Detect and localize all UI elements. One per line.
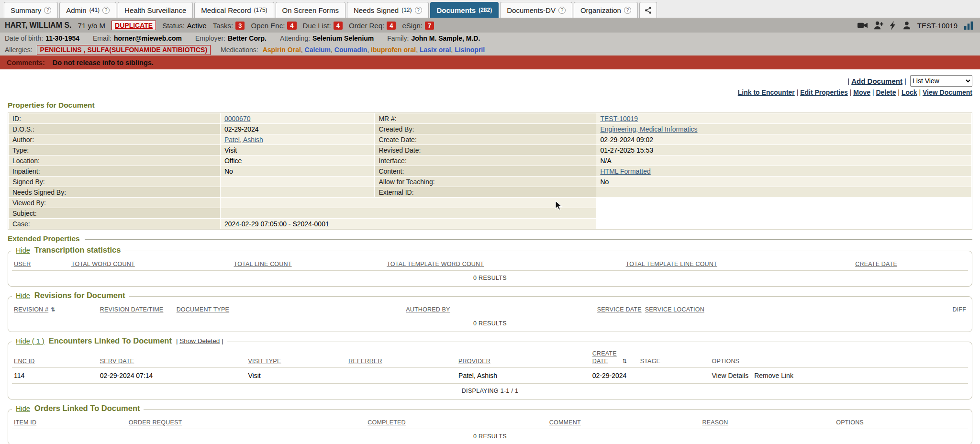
family-field: Family: John M. Sample, M.D. — [387, 34, 480, 42]
field-value: horner@mieweb.com — [114, 34, 182, 42]
document-id-link[interactable]: 0000670 — [224, 115, 251, 122]
case-value: 2024-02-29 07:05:00 - S2024-0001 — [221, 219, 596, 229]
duplicate-flag[interactable]: DUPLICATE — [111, 21, 156, 30]
popout-icon[interactable]: ? — [415, 7, 422, 14]
edit-properties-link[interactable]: Edit Properties — [800, 89, 848, 96]
encounters-hide-link[interactable]: Hide ( 1 ) — [16, 337, 45, 345]
allergy-list[interactable]: PENICILLINS , SULFA(SULFONAMIDE ANTIBIOT… — [37, 45, 211, 55]
column-header-total-template-word-count[interactable]: TOTAL TEMPLATE WORD COUNT — [387, 261, 484, 267]
due-list-badge[interactable]: 4 — [334, 22, 343, 30]
property-row: D.O.S.: 02-29-2024 Created By: Engineeri… — [9, 124, 971, 134]
column-header-visit-type[interactable]: VISIT TYPE — [248, 358, 281, 365]
transcription-hide-link[interactable]: Hide — [16, 246, 30, 254]
column-header-order-request[interactable]: ORDER REQUEST — [129, 419, 182, 426]
delete-link[interactable]: Delete — [876, 89, 896, 96]
content-format-link[interactable]: HTML Formatted — [600, 167, 650, 175]
tab-documents-dv[interactable]: Documents-DV ? — [500, 2, 572, 18]
tab-admin[interactable]: Admin (41) ? — [59, 2, 116, 18]
esign-badge[interactable]: 7 — [425, 22, 434, 30]
property-row: Case: 2024-02-29 07:05:00 - S2024-0001 — [9, 219, 971, 229]
column-header-revision-number[interactable]: REVISION # — [14, 306, 48, 313]
medication-link[interactable]: ibuprofen oral — [371, 46, 420, 54]
popout-icon[interactable]: ? — [44, 7, 51, 14]
patient-name: HART, WILLIAM S. — [5, 21, 72, 30]
created-by-link[interactable]: Engineering, Medical Informatics — [600, 125, 697, 133]
medication-link[interactable]: Aspirin Oral — [263, 46, 305, 54]
add-document-link[interactable]: Add Document — [851, 77, 902, 85]
mr-number-link[interactable]: TEST-10019 — [600, 115, 638, 122]
lock-link[interactable]: Lock — [902, 89, 917, 96]
orders-table: ITEM ID ORDER REQUEST COMPLETED COMMENT … — [12, 416, 968, 444]
comments-text: Do not release info to siblings. — [53, 59, 154, 67]
author-link[interactable]: Patel, Ashish — [224, 136, 263, 144]
property-label: Allow for Teaching: — [375, 177, 596, 187]
demographics-bar: Date of birth: 11-30-1954 Email: horner@… — [0, 33, 980, 44]
column-header-create-date[interactable]: CREATE DATE — [855, 261, 897, 267]
property-label: Location: — [9, 155, 220, 166]
allergies-label: Allergies: — [5, 46, 33, 54]
medication-link[interactable]: Lisinopril — [455, 46, 485, 54]
column-header-total-line-count[interactable]: TOTAL LINE COUNT — [234, 261, 292, 267]
column-header-completed[interactable]: COMPLETED — [368, 419, 406, 426]
revisions-hide-link[interactable]: Hide — [16, 292, 30, 300]
column-header-referrer[interactable]: REFERRER — [348, 358, 382, 365]
column-header-options: OPTIONS — [712, 358, 740, 365]
column-header-authored-by[interactable]: AUTHORED BY — [406, 306, 450, 313]
order-req-badge[interactable]: 4 — [387, 22, 396, 30]
column-header-user[interactable]: USER — [14, 261, 31, 267]
column-header-reason[interactable]: REASON — [702, 419, 728, 426]
user-icon[interactable] — [902, 21, 911, 30]
video-camera-icon[interactable] — [858, 22, 868, 29]
column-header-create-date[interactable]: CREATE DATE — [592, 350, 620, 365]
view-details-link[interactable]: View Details — [712, 372, 749, 379]
chart-icon[interactable] — [964, 21, 973, 30]
medication-link[interactable]: Coumadin — [334, 46, 371, 54]
column-header-item-id[interactable]: ITEM ID — [14, 419, 36, 426]
column-header-service-location[interactable]: SERVICE LOCATION — [645, 306, 704, 313]
document-toolbar: Add Document List View — [8, 72, 972, 88]
medication-link[interactable]: Calcium — [305, 46, 334, 54]
encounter-id: 114 — [12, 368, 98, 384]
tab-documents[interactable]: Documents (282) — [430, 2, 499, 18]
due-list-counter: Due List: 4 — [303, 22, 343, 30]
column-header-total-word-count[interactable]: TOTAL WORD COUNT — [71, 261, 135, 267]
tab-settings[interactable] — [639, 2, 657, 18]
show-deleted-link[interactable]: Show Deleted — [179, 337, 220, 344]
lightning-bolt-icon[interactable] — [890, 21, 896, 30]
orders-hide-link[interactable]: Hide — [16, 405, 30, 412]
medication-link[interactable]: Lasix oral — [420, 46, 455, 54]
properties-section-title: Properties for Document — [8, 101, 972, 110]
column-header-enc-id[interactable]: ENC ID — [14, 358, 35, 365]
add-user-icon[interactable] — [874, 21, 883, 30]
property-row: Author: Patel, Ashish Create Date: 02-29… — [9, 134, 971, 144]
move-link[interactable]: Move — [853, 89, 870, 96]
tab-needs-signed[interactable]: Needs Signed (12) ? — [347, 2, 429, 18]
counter-label: Open Enc: — [251, 22, 285, 30]
view-document-link[interactable]: View Document — [923, 89, 972, 96]
remove-link-link[interactable]: Remove Link — [754, 372, 793, 379]
tab-summary[interactable]: Summary ? — [4, 2, 58, 18]
tasks-badge[interactable]: 3 — [235, 22, 245, 30]
property-label: D.O.S.: — [9, 124, 220, 134]
column-header-document-type[interactable]: DOCUMENT TYPE — [177, 306, 230, 313]
tab-organization[interactable]: Organization ? — [574, 2, 638, 18]
popout-icon[interactable]: ? — [102, 7, 110, 14]
column-header-revision-datetime[interactable]: REVISION DATE/TIME — [100, 306, 164, 313]
tab-medical-record[interactable]: Medical Record (175) — [194, 2, 274, 18]
column-header-comment[interactable]: COMMENT — [549, 419, 581, 426]
view-select[interactable]: List View — [910, 75, 972, 87]
link-to-encounter-link[interactable]: Link to Encounter — [738, 89, 795, 96]
property-row: Subject: — [9, 208, 971, 218]
sort-icon[interactable]: ⇅ — [622, 358, 627, 365]
column-header-service-date[interactable]: SERVICE DATE — [597, 306, 642, 313]
popout-icon[interactable]: ? — [624, 7, 631, 14]
column-header-serv-date[interactable]: SERV DATE — [100, 358, 134, 365]
column-header-total-template-line-count[interactable]: TOTAL TEMPLATE LINE COUNT — [626, 261, 717, 267]
property-value: Visit — [221, 145, 374, 155]
sort-icon[interactable]: ⇅ — [51, 306, 56, 313]
tab-health-surveillance[interactable]: Health Surveillance — [118, 2, 193, 18]
column-header-provider[interactable]: PROVIDER — [458, 358, 490, 365]
tab-on-screen-forms[interactable]: On Screen Forms — [276, 2, 345, 18]
open-enc-badge[interactable]: 4 — [287, 22, 296, 30]
popout-icon[interactable]: ? — [558, 7, 566, 14]
